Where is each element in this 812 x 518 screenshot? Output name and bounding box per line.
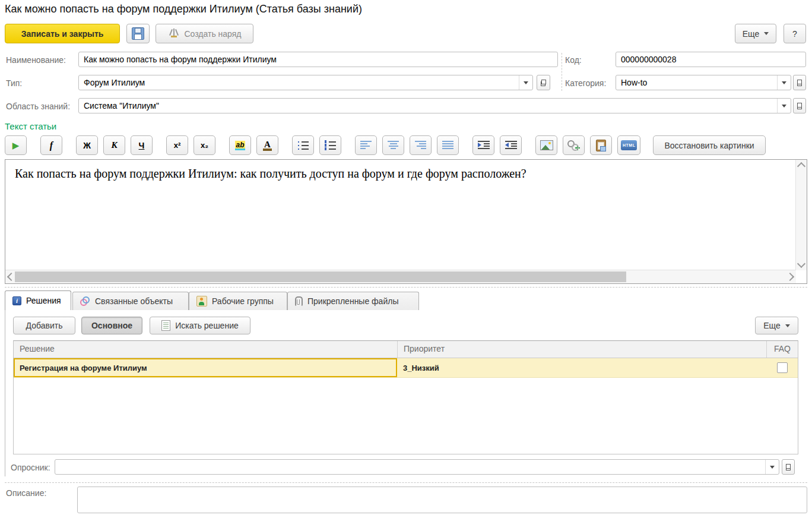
help-button[interactable]: ? — [784, 24, 806, 43]
solutions-table: Решение Приоритет FAQ Регистрация на фор… — [13, 340, 798, 454]
type-input[interactable] — [79, 75, 519, 90]
indent-increase-icon — [478, 141, 490, 150]
highlight-button[interactable]: ab — [229, 135, 251, 155]
article-text-editor[interactable]: Как попасть на форум поддержки Итилиум: … — [5, 159, 807, 284]
add-link-icon — [567, 140, 580, 150]
category-dropdown-arrow-icon[interactable] — [777, 75, 791, 90]
questionnaire-dropdown-arrow-icon[interactable] — [765, 460, 779, 474]
open-object-icon — [541, 80, 546, 86]
solution-cell[interactable]: Регистрация на форуме Итилиум — [14, 358, 397, 377]
open-object-icon — [797, 80, 802, 86]
align-center-button[interactable] — [382, 135, 404, 155]
more-menu-label: Еще — [743, 29, 760, 39]
scroll-down-icon[interactable] — [797, 260, 805, 268]
align-left-button[interactable] — [355, 135, 377, 155]
category-input[interactable] — [616, 75, 777, 90]
insert-image-button[interactable] — [535, 135, 557, 155]
type-combo — [78, 75, 533, 90]
indent-decrease-button[interactable] — [500, 135, 522, 155]
insert-image-icon — [540, 140, 553, 150]
knowledge-area-open-button[interactable] — [793, 98, 806, 113]
type-open-button[interactable] — [537, 75, 550, 90]
tab-solutions[interactable]: Решения — [5, 290, 71, 310]
subscript-button[interactable]: x₂ — [194, 135, 215, 155]
tab-workgroups[interactable]: Рабочие группы — [189, 292, 287, 310]
horizontal-scrollbar[interactable] — [5, 270, 796, 283]
tab-linked-objects[interactable]: Связанные объекты — [72, 292, 189, 310]
bullet-list-button[interactable] — [292, 135, 314, 155]
column-header-solution[interactable]: Решение — [14, 341, 397, 358]
restore-images-button[interactable]: Восстановить картинки — [653, 135, 765, 155]
save-button[interactable] — [126, 24, 150, 43]
formula-icon: f — [50, 140, 53, 151]
align-right-button[interactable] — [410, 135, 432, 155]
info-icon — [12, 296, 21, 305]
knowledge-area-combo — [78, 98, 791, 113]
indent-decrease-icon — [505, 141, 517, 150]
priority-cell[interactable]: 3_Низкий — [397, 358, 766, 377]
scroll-left-icon[interactable] — [7, 273, 15, 281]
bullet-list-icon — [297, 140, 309, 150]
article-text-content[interactable]: Как попасть на форум поддержки Итилиум: … — [5, 160, 796, 270]
type-label: Тип: — [6, 78, 22, 88]
horizontal-scroll-thumb[interactable] — [15, 271, 626, 282]
editor-toolbar-buttons: ▶fЖКЧx²x₂abAHTML — [5, 135, 646, 155]
paste-image-icon — [596, 140, 606, 151]
tab-linked-objects-label: Связанные объекты — [95, 296, 173, 306]
more-menu-button[interactable]: Еще — [735, 24, 776, 43]
search-solution-button[interactable]: Искать решение — [150, 317, 250, 334]
create-order-button[interactable]: Создать наряд — [156, 24, 253, 43]
column-header-priority[interactable]: Приоритет — [397, 341, 766, 358]
name-label: Наименование: — [6, 55, 66, 65]
table-row[interactable]: Регистрация на форуме Итилиум 3_Низкий — [14, 358, 798, 378]
html-source-button[interactable]: HTML — [617, 135, 640, 155]
work-order-icon — [168, 28, 180, 39]
italic-button[interactable]: К — [103, 135, 125, 155]
tab-attached-files-label: Прикрепленные файлы — [307, 296, 398, 306]
underline-button[interactable]: Ч — [131, 135, 153, 155]
name-input[interactable] — [79, 52, 557, 67]
column-header-faq[interactable]: FAQ — [766, 341, 798, 358]
category-open-button[interactable] — [793, 75, 806, 90]
bold-button[interactable]: Ж — [76, 135, 98, 155]
chevron-down-icon — [785, 324, 790, 327]
tab-attached-files[interactable]: Прикрепленные файлы — [287, 292, 419, 310]
bold-icon: Ж — [83, 141, 91, 150]
superscript-button[interactable]: x² — [166, 135, 188, 155]
name-field — [78, 52, 558, 67]
align-right-icon — [415, 141, 426, 150]
paste-image-button[interactable] — [590, 135, 612, 155]
knowledge-area-dropdown-arrow-icon[interactable] — [777, 99, 791, 113]
faq-checkbox[interactable] — [777, 362, 788, 373]
add-link-button[interactable] — [563, 135, 585, 155]
type-dropdown-arrow-icon[interactable] — [519, 75, 532, 90]
scroll-right-icon[interactable] — [786, 273, 794, 281]
questionnaire-input[interactable] — [55, 460, 765, 474]
font-color-button[interactable]: A — [256, 135, 278, 155]
questionnaire-open-button[interactable] — [782, 459, 795, 475]
paperclip-icon — [295, 296, 303, 306]
description-textarea[interactable] — [77, 487, 807, 513]
font-color-icon: A — [263, 140, 272, 151]
description-label: Описание: — [6, 488, 46, 498]
solutions-more-button[interactable]: Еще — [755, 317, 798, 334]
code-field — [616, 52, 806, 67]
separator — [5, 287, 807, 288]
main-solution-button[interactable]: Основное — [81, 317, 142, 334]
tab-panel-border — [5, 310, 5, 476]
code-input[interactable] — [616, 52, 805, 67]
add-solution-button[interactable]: Добавить — [13, 317, 75, 334]
subscript-icon: x₂ — [201, 141, 208, 150]
scroll-up-icon[interactable] — [797, 162, 805, 170]
vertical-scrollbar[interactable] — [795, 160, 807, 270]
knowledge-area-input[interactable] — [79, 99, 777, 113]
save-and-close-button[interactable]: Записать и закрыть — [5, 24, 120, 43]
code-label: Код: — [565, 55, 582, 65]
save-and-close-label: Записать и закрыть — [21, 29, 104, 39]
align-justify-button[interactable] — [437, 135, 459, 155]
formula-button[interactable]: f — [40, 135, 62, 155]
preview-button[interactable]: ▶ — [5, 135, 27, 155]
superscript-icon: x² — [174, 141, 181, 150]
indent-increase-button[interactable] — [472, 135, 494, 155]
numbered-list-button[interactable] — [319, 135, 341, 155]
